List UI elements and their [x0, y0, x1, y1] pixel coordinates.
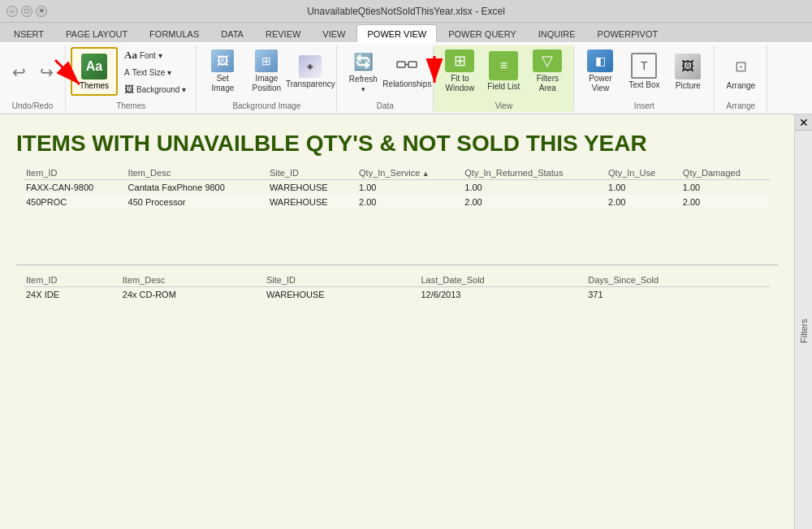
table1-header: Item_ID Item_Desc Site_ID Qty_In_Service…	[24, 165, 770, 180]
col-qty-in-service[interactable]: Qty_In_Service	[357, 165, 463, 180]
arrange-button[interactable]: ⊡ Arrange	[719, 47, 762, 96]
window-title: UnavailableQtiesNotSoldThisYear.xlsx - E…	[307, 6, 505, 17]
arrange-group: ⊡ Arrange Arrange	[715, 45, 767, 112]
power-view-button[interactable]: ◧ Power View	[579, 47, 621, 96]
power-view-label: Power View	[581, 74, 619, 93]
background-label: Background	[136, 85, 179, 94]
minimize-button[interactable]: –	[6, 6, 18, 17]
table1-container: Item_ID Item_Desc Site_ID Qty_In_Service…	[0, 165, 794, 209]
text-box-icon: T	[631, 53, 657, 79]
text-size-label: Text Size	[132, 68, 166, 77]
undo-redo-label: Undo/Redo	[0, 101, 65, 110]
divider	[16, 264, 778, 265]
power-view-icon: ◧	[587, 49, 613, 72]
tab-powerpivot[interactable]: POWERPIVOT	[587, 24, 669, 42]
insert-group: ◧ Power View T Text Box 🖼 Picture Insert	[574, 45, 715, 112]
table2-body: 24X IDE 24x CD-ROM WAREHOUSE 12/6/2013 3…	[24, 287, 770, 303]
themes-icon: Aa	[81, 54, 107, 80]
filters-close-btn[interactable]: ✕	[795, 114, 812, 131]
themes-label: Themes	[80, 81, 109, 90]
insert-group-label: Insert	[574, 101, 714, 110]
fit-to-window-button[interactable]: ⊞ Fit toWindow	[438, 47, 481, 96]
tab-view[interactable]: VIEW	[312, 24, 356, 42]
col2-last-date: Last_Date_Sold	[419, 272, 586, 287]
undo-button[interactable]: ↩	[6, 60, 31, 84]
table2: Item_ID Item_Desc Site_ID Last_Date_Sold…	[24, 272, 770, 302]
close-button[interactable]: ✕	[36, 6, 47, 17]
redo-button[interactable]: ↪	[34, 60, 58, 84]
refresh-button[interactable]: 🔄 Refresh ▾	[342, 47, 384, 96]
set-image-button[interactable]: 🖼 SetImage	[201, 47, 244, 96]
filters-area-icon: ▽	[533, 49, 562, 72]
cell-item-desc: 450 Processor	[127, 195, 268, 209]
cell-qty-service: 1.00	[357, 180, 463, 196]
col2-item-id: Item_ID	[24, 272, 121, 287]
arrange-label: Arrange	[727, 81, 756, 90]
tab-power-view[interactable]: POWER VIEW	[356, 24, 437, 42]
field-list-button[interactable]: ≡ Field List	[482, 47, 525, 96]
tab-page-layout[interactable]: PAGE LAYOUT	[55, 24, 138, 42]
col2-item-desc: Item_Desc	[121, 272, 265, 287]
svg-rect-0	[397, 62, 405, 67]
font-controls: Aa Font ▾ A Text Size ▾ 🖼 Background ▾	[119, 47, 191, 97]
undo-redo-group: ↩ ↪ Undo/Redo	[0, 45, 66, 112]
text-size-icon: A	[124, 68, 130, 77]
tab-review[interactable]: REVIEW	[255, 24, 311, 42]
transparency-button[interactable]: ◈ Transparency	[289, 47, 331, 96]
maximize-button[interactable]: □	[21, 6, 32, 17]
cell-qty-damaged: 1.00	[681, 180, 770, 196]
relationships-label: Relationships	[382, 80, 431, 88]
font-dropdown-icon[interactable]: ▾	[158, 51, 162, 60]
col-item-desc: Item_Desc	[127, 165, 268, 180]
transparency-label: Transparency	[286, 80, 335, 88]
background-button[interactable]: 🖼 Background ▾	[119, 81, 191, 97]
background-image-group: 🖼 SetImage ⊞ ImagePosition ◈ Transparenc…	[197, 45, 337, 112]
cell-qty-damaged: 2.00	[681, 195, 770, 209]
refresh-dropdown[interactable]: ▾	[361, 85, 365, 93]
col-qty-damaged: Qty_Damaged	[681, 165, 770, 180]
picture-button[interactable]: 🖼 Picture	[667, 47, 709, 96]
table2-header: Item_ID Item_Desc Site_ID Last_Date_Sold…	[24, 272, 770, 287]
col-qty-returned: Qty_In_Returned_Status	[463, 165, 607, 180]
cell2-days-since: 371	[586, 287, 770, 303]
content-area: ITEMS WITH UNAVAILBLE QTY'S & NOT SOLD T…	[0, 114, 812, 529]
field-list-label: Field List	[487, 82, 520, 92]
filters-area-button[interactable]: ▽ Filters Area	[526, 47, 568, 96]
tab-power-query[interactable]: POWER QUERY	[438, 24, 527, 42]
picture-label: Picture	[676, 81, 701, 90]
set-image-label: SetImage	[211, 74, 234, 93]
text-size-button[interactable]: A Text Size ▾	[119, 64, 191, 80]
report-title: ITEMS WITH UNAVAILBLE QTY'S & NOT SOLD T…	[0, 114, 794, 165]
table-row: 450PROC 450 Processor WAREHOUSE 2.00 2.0…	[24, 195, 770, 209]
col-qty-in-use: Qty_In_Use	[607, 165, 681, 180]
refresh-label: Refresh	[349, 75, 378, 84]
picture-icon: 🖼	[675, 54, 701, 80]
col-item-id: Item_ID	[24, 165, 127, 180]
cell-item-id: FAXX-CAN-9800	[24, 180, 127, 196]
themes-button[interactable]: Aa Themes	[71, 47, 118, 96]
tab-formulas[interactable]: FORMULAS	[139, 24, 209, 42]
cell-qty-use: 2.00	[607, 195, 681, 209]
cell-item-desc: Cantata FaxPhone 9800	[127, 180, 268, 196]
text-box-button[interactable]: T Text Box	[623, 47, 665, 96]
font-button[interactable]: Aa Font ▾	[119, 47, 191, 63]
cell-qty-returned: 1.00	[463, 180, 607, 196]
col-site-id: Site_ID	[268, 165, 357, 180]
tab-inquire[interactable]: INQUIRE	[528, 24, 586, 42]
tab-insert[interactable]: NSERT	[3, 24, 54, 42]
tab-data[interactable]: DATA	[210, 24, 254, 42]
arrange-group-label: Arrange	[715, 101, 767, 110]
relationships-button[interactable]: Relationships	[386, 47, 428, 96]
window-controls[interactable]: – □ ✕	[6, 6, 47, 17]
background-dropdown-icon[interactable]: ▾	[182, 85, 186, 94]
text-box-label: Text Box	[628, 80, 659, 90]
image-position-button[interactable]: ⊞ ImagePosition	[245, 47, 287, 96]
text-size-dropdown-icon[interactable]: ▾	[167, 68, 171, 77]
table-row: FAXX-CAN-9800 Cantata FaxPhone 9800 WARE…	[24, 180, 770, 196]
undo-redo-buttons: ↩ ↪	[6, 49, 58, 109]
filters-sidebar: ✕ Filters	[794, 114, 812, 529]
set-image-icon: 🖼	[211, 49, 234, 72]
background-image-label: Background Image	[197, 101, 336, 110]
transparency-icon: ◈	[299, 55, 322, 78]
col2-days-since: Days_Since_Sold	[586, 272, 770, 287]
